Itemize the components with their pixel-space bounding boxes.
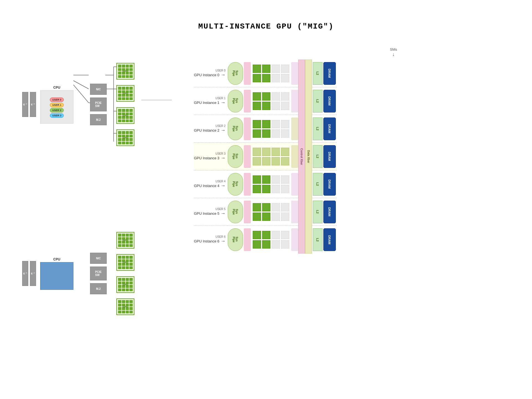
control-xbar-col: Control Xbar — [298, 60, 305, 254]
dram-1: DRAM — [323, 90, 336, 112]
sms-arrow: ↓ — [392, 52, 395, 57]
gpu-block-1-3 — [116, 107, 134, 124]
sys-pipe-6: SysPipe — [228, 228, 243, 251]
dimm-4: DIMM — [30, 261, 36, 286]
sm-grid-1 — [252, 91, 290, 111]
m2-box-1: M.2 — [90, 114, 107, 125]
data-xbar-label: Data Xbar — [305, 60, 312, 254]
cpu-box-2 — [40, 262, 73, 290]
dimm-1: DIMM — [22, 92, 28, 117]
sm-grid-4 — [252, 174, 290, 194]
user-2-label: USER 2 — [50, 108, 64, 112]
user-1-label: USER 1 — [50, 103, 64, 107]
pink-right-1 — [291, 90, 298, 112]
nic-box-2: NIC — [90, 253, 107, 264]
cpu-label-1: CPU — [53, 86, 60, 89]
sms-label: SMs — [390, 47, 397, 52]
gpu-block-1-2 — [116, 85, 134, 102]
pink-left-6 — [244, 228, 251, 251]
instance-name-5: GPU Instance 5 → — [194, 211, 226, 216]
left-panel: DIMM DIMM CPU USER 0 USER 1 USER 2 USER … — [22, 42, 177, 377]
dram-5: DRAM — [323, 201, 336, 223]
sys-pipe-0: SysPipe — [228, 62, 243, 85]
sys-pipe-1: SysPipe — [228, 90, 243, 112]
user-tag-0: USER 0 — [216, 69, 226, 72]
pcie-box-1: PCIESW — [90, 98, 107, 111]
user-tag-2: USER 2 — [216, 124, 226, 127]
instance-labels-col: USER 0 GPU Instance 0 → USER 1 GPU Insta… — [194, 60, 228, 254]
dimm-2: DIMM — [30, 92, 36, 117]
yellow-right-2 — [291, 117, 298, 140]
pink-left-2 — [244, 117, 251, 140]
instance-name-0: GPU Instance 0 → — [194, 72, 226, 78]
sm-grid-3 — [252, 147, 290, 167]
pink-right-0 — [291, 62, 298, 85]
right-panel: SMs ↓ USER 0 GPU Instance 0 → USER 1 GPU… — [194, 42, 510, 377]
dimm-group-2: DIMM DIMM — [22, 261, 36, 286]
sm-grid-6 — [252, 230, 290, 250]
sys-pipe-4: SysPipe — [228, 173, 243, 196]
dimm-group-1: DIMM DIMM — [22, 92, 36, 117]
gpu-block-1-4 — [116, 129, 134, 146]
l2-2: L2 — [313, 117, 323, 140]
l2-6: L2 — [313, 228, 323, 251]
pink-left-5 — [244, 201, 251, 223]
m2-box-2: M.2 — [90, 283, 107, 294]
dram-4: DRAM — [323, 173, 336, 196]
system-diagram-1: DIMM DIMM CPU USER 0 USER 1 USER 2 USER … — [22, 53, 172, 208]
pcie-box-2: PCIESW — [90, 267, 107, 280]
pink-left-0 — [244, 62, 251, 85]
sys-pipe-5: SysPipe — [228, 201, 243, 223]
gpu-internals-area: SysPipe SysPipe — [228, 60, 337, 254]
system-diagram-2: DIMM DIMM CPU NIC PCIESW M.2 — [22, 222, 172, 377]
instance-name-1: GPU Instance 1 → — [194, 100, 226, 106]
dram-2: DRAM — [323, 117, 336, 140]
pink-left-4 — [244, 173, 251, 196]
instance-name-2: GPU Instance 2 → — [194, 127, 226, 133]
l2-1: L2 — [313, 90, 323, 112]
instance-name-4: GPU Instance 4 → — [194, 183, 226, 189]
sys-pipe-2: SysPipe — [228, 117, 243, 140]
user-3-label: USER 3 — [50, 113, 64, 118]
sys-pipe-sm-col: SysPipe SysPipe — [228, 60, 298, 254]
sm-grid-0 — [252, 63, 290, 83]
gpu-block-2-1 — [116, 232, 134, 249]
pink-left-1 — [244, 90, 251, 112]
cpu-box-1: USER 0 USER 1 USER 2 USER 3 — [40, 90, 73, 124]
user-tag-3: USER 3 — [216, 152, 226, 155]
dram-0: DRAM — [323, 62, 336, 85]
cpu-label-2: CPU — [53, 257, 60, 261]
user-tag-4: USER 4 — [216, 180, 226, 183]
dimm-3: DIMM — [22, 261, 28, 286]
user-0-label: USER 0 — [50, 98, 64, 102]
user-labels: USER 0 USER 1 USER 2 USER 3 — [50, 98, 64, 118]
l2-3: L2 — [313, 145, 323, 168]
yellow-right-3 — [291, 145, 298, 168]
dram-6: DRAM — [323, 228, 336, 251]
l2-0: L2 — [313, 62, 323, 85]
page-title: MULTI-INSTANCE GPU ("MIG") — [0, 0, 532, 31]
gpu-block-2-3 — [116, 276, 134, 293]
main-container: DIMM DIMM CPU USER 0 USER 1 USER 2 USER … — [0, 42, 532, 377]
user-tag-6: USER 6 — [216, 235, 226, 238]
instance-name-3: GPU Instance 3 → — [194, 155, 226, 161]
gpu-block-2-4 — [116, 298, 134, 315]
gpu-block-2-2 — [116, 254, 134, 271]
pink-left-3 — [244, 145, 251, 168]
user-tag-1: USER 1 — [216, 97, 226, 100]
instance-name-6: GPU Instance 6 → — [194, 238, 226, 244]
sm-grid-2 — [252, 119, 290, 139]
l2-dram-col: L2 DRAM L2 DRAM L2 DRAM L2 — [312, 60, 337, 254]
sm-grid-5 — [252, 202, 290, 222]
nic-box-1: NIC — [90, 84, 107, 95]
l2-5: L2 — [313, 201, 323, 223]
l2-4: L2 — [313, 173, 323, 196]
data-xbar-col: Data Xbar — [305, 60, 312, 254]
pink-right-4 — [291, 173, 298, 196]
pink-right-5 — [291, 201, 298, 223]
sys-pipe-3: SysPipe — [228, 145, 243, 168]
pink-right-6 — [291, 228, 298, 251]
control-xbar-label: Control Xbar — [298, 60, 305, 254]
dram-3: DRAM — [323, 145, 336, 168]
user-tag-5: USER 5 — [216, 208, 226, 211]
